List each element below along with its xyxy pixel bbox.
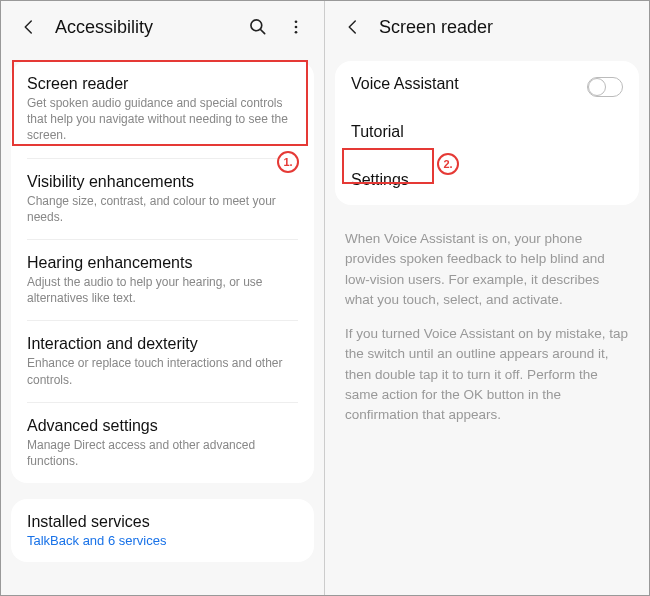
item-title: Interaction and dexterity xyxy=(27,335,298,353)
svg-point-4 xyxy=(295,31,298,34)
more-icon[interactable] xyxy=(284,15,308,39)
item-voice-assistant[interactable]: Voice Assistant xyxy=(335,61,639,109)
header: Screen reader xyxy=(325,1,649,53)
voice-assistant-toggle[interactable] xyxy=(587,77,623,97)
installed-services-link[interactable]: TalkBack and 6 services xyxy=(27,533,298,548)
screen-reader-screen: Screen reader Voice Assistant Tutorial S… xyxy=(325,1,649,595)
item-subtitle: Adjust the audio to help your hearing, o… xyxy=(27,274,298,306)
back-icon[interactable] xyxy=(17,15,41,39)
search-icon[interactable] xyxy=(246,15,270,39)
item-title: Installed services xyxy=(27,513,298,531)
item-subtitle: Enhance or replace touch interactions an… xyxy=(27,355,298,387)
item-hearing[interactable]: Hearing enhancements Adjust the audio to… xyxy=(11,240,314,320)
item-title: Advanced settings xyxy=(27,417,298,435)
item-installed-services[interactable]: Installed services TalkBack and 6 servic… xyxy=(11,499,314,562)
item-title: Settings xyxy=(351,171,623,189)
item-settings[interactable]: Settings xyxy=(335,157,639,205)
item-subtitle: Get spoken audio guidance and special co… xyxy=(27,95,298,144)
item-subtitle: Change size, contrast, and colour to mee… xyxy=(27,193,298,225)
item-title: Hearing enhancements xyxy=(27,254,298,272)
page-title: Screen reader xyxy=(379,17,633,38)
item-screen-reader[interactable]: Screen reader Get spoken audio guidance … xyxy=(11,61,314,158)
svg-point-2 xyxy=(295,20,298,23)
item-tutorial[interactable]: Tutorial xyxy=(335,109,639,157)
item-interaction[interactable]: Interaction and dexterity Enhance or rep… xyxy=(11,321,314,401)
item-title: Visibility enhancements xyxy=(27,173,298,191)
header: Accessibility xyxy=(1,1,324,53)
item-subtitle: Manage Direct access and other advanced … xyxy=(27,437,298,469)
settings-card: Screen reader Get spoken audio guidance … xyxy=(11,61,314,483)
item-title: Voice Assistant xyxy=(351,75,579,93)
item-visibility[interactable]: Visibility enhancements Change size, con… xyxy=(11,159,314,239)
item-title: Tutorial xyxy=(351,123,623,141)
item-title: Screen reader xyxy=(27,75,298,93)
svg-line-1 xyxy=(261,30,265,34)
installed-services-card: Installed services TalkBack and 6 servic… xyxy=(11,499,314,562)
description-text: If you turned Voice Assistant on by mist… xyxy=(345,324,629,425)
svg-point-3 xyxy=(295,26,298,29)
item-advanced[interactable]: Advanced settings Manage Direct access a… xyxy=(11,403,314,483)
back-icon[interactable] xyxy=(341,15,365,39)
accessibility-screen: Accessibility Screen reader Get spoken a… xyxy=(1,1,325,595)
description-block: When Voice Assistant is on, your phone p… xyxy=(325,213,649,455)
screen-reader-card: Voice Assistant Tutorial Settings xyxy=(335,61,639,205)
description-text: When Voice Assistant is on, your phone p… xyxy=(345,229,629,310)
page-title: Accessibility xyxy=(55,17,232,38)
